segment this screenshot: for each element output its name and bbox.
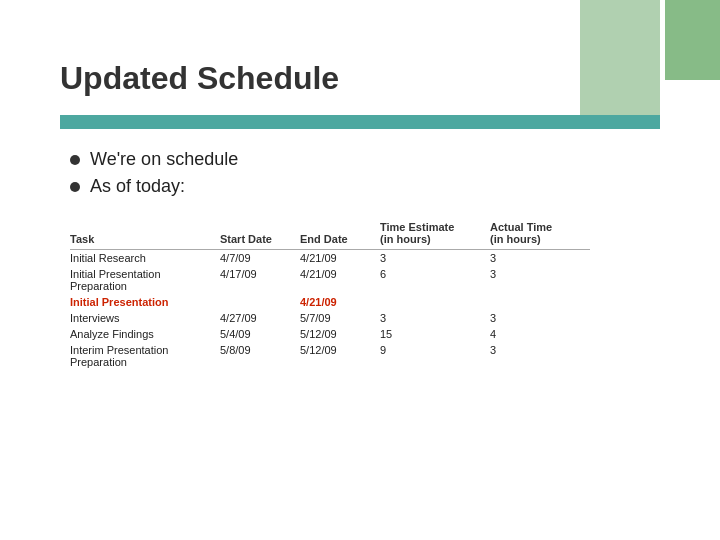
- table-cell: 5/12/09: [300, 342, 380, 370]
- table-row: Interviews4/27/095/7/0933: [70, 310, 590, 326]
- table-cell: 3: [380, 310, 490, 326]
- schedule-table: Task Start Date End Date Time Estimate(i…: [70, 219, 590, 370]
- table-cell: 4/21/09: [300, 250, 380, 267]
- table-cell: 4/21/09: [300, 294, 380, 310]
- table-cell: 5/7/09: [300, 310, 380, 326]
- table-cell: 6: [380, 266, 490, 294]
- table-cell: 9: [380, 342, 490, 370]
- table-cell: 3: [490, 310, 590, 326]
- table-row: Interim Presentation Preparation5/8/095/…: [70, 342, 590, 370]
- table-cell: 3: [490, 342, 590, 370]
- col-header-actual: Actual Time(in hours): [490, 219, 590, 250]
- table-cell: 5/8/09: [220, 342, 300, 370]
- table-row: Initial Presentation Preparation4/17/094…: [70, 266, 590, 294]
- bullet-dot-1: [70, 155, 80, 165]
- table-cell: 4: [490, 326, 590, 342]
- table-cell: 5/12/09: [300, 326, 380, 342]
- page-title: Updated Schedule: [60, 60, 660, 97]
- table-cell: [380, 294, 490, 310]
- table-cell: [490, 294, 590, 310]
- table-cell: 4/21/09: [300, 266, 380, 294]
- table-row: Analyze Findings5/4/095/12/09154: [70, 326, 590, 342]
- table-row: Initial Presentation4/21/09: [70, 294, 590, 310]
- table-cell: Initial Presentation Preparation: [70, 266, 220, 294]
- table-cell: Analyze Findings: [70, 326, 220, 342]
- table-cell: 4/27/09: [220, 310, 300, 326]
- col-header-start: Start Date: [220, 219, 300, 250]
- table-cell: Initial Presentation: [70, 294, 220, 310]
- col-header-task: Task: [70, 219, 220, 250]
- table-cell: Interviews: [70, 310, 220, 326]
- table-container: Task Start Date End Date Time Estimate(i…: [70, 219, 660, 370]
- table-cell: Interim Presentation Preparation: [70, 342, 220, 370]
- table-cell: 15: [380, 326, 490, 342]
- table-cell: 3: [490, 250, 590, 267]
- table-cell: 4/17/09: [220, 266, 300, 294]
- table-header-row: Task Start Date End Date Time Estimate(i…: [70, 219, 590, 250]
- table-cell: 4/7/09: [220, 250, 300, 267]
- bullet-item-2: As of today:: [70, 176, 660, 197]
- table-cell: Initial Research: [70, 250, 220, 267]
- table-cell: 3: [490, 266, 590, 294]
- col-header-end: End Date: [300, 219, 380, 250]
- bullet-dot-2: [70, 182, 80, 192]
- table-cell: 3: [380, 250, 490, 267]
- divider-bar: [60, 115, 660, 129]
- col-header-estimate: Time Estimate(in hours): [380, 219, 490, 250]
- bullet-item-1: We're on schedule: [70, 149, 660, 170]
- table-cell: 5/4/09: [220, 326, 300, 342]
- table-row: Initial Research4/7/094/21/0933: [70, 250, 590, 267]
- table-cell: [220, 294, 300, 310]
- bullet-list: We're on schedule As of today:: [60, 149, 660, 197]
